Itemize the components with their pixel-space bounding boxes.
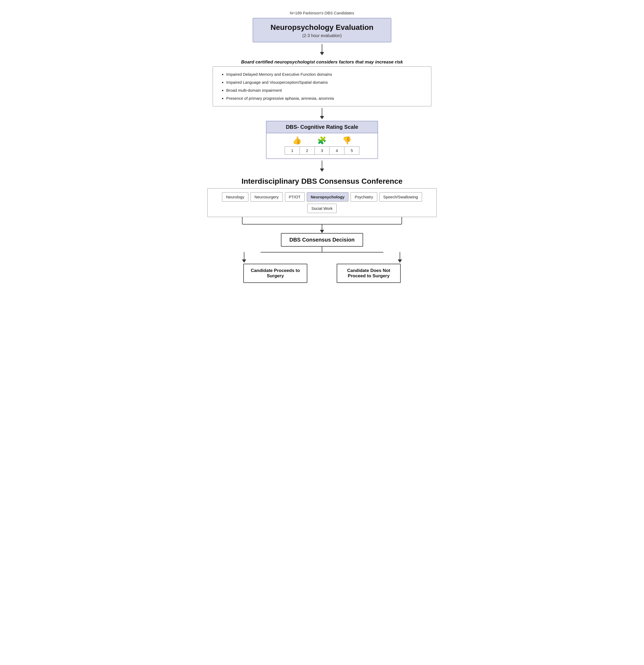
- interdisciplinary-title: Interdisciplinary DBS Consensus Conferen…: [241, 177, 403, 186]
- discipline-box: Neuropsychology: [307, 192, 349, 202]
- fork-outcomes: Candidate Proceeds to Surgery Candidate …: [228, 263, 416, 283]
- arrow-1: [320, 44, 324, 55]
- fork-branch-left: [242, 252, 246, 263]
- emoji-thumbsup: 👍: [284, 136, 310, 145]
- num-2: 2: [300, 147, 315, 154]
- outcome-right: Candidate Does Not Proceed to Surgery: [337, 264, 401, 283]
- discipline-box: Psychiatry: [351, 192, 377, 202]
- risk-factor-item: Impaired Delayed Memory and Executive Fu…: [226, 70, 423, 78]
- num-4: 4: [330, 147, 345, 154]
- dbs-rating-header: DBS- Cognitive Rating Scale: [266, 121, 378, 133]
- neuro-eval-title: Neuropsychology Evaluation: [266, 23, 378, 32]
- dbs-rating-body: 👍 🧩 👎 1 2 3 4 5: [266, 133, 378, 158]
- risk-factors-list: Impaired Delayed Memory and Executive Fu…: [226, 70, 423, 102]
- emoji-thumbsdown: 👎: [334, 136, 360, 145]
- outcome-left: Candidate Proceeds to Surgery: [243, 264, 307, 283]
- disciplines-row: NeurologyNeurosurgeryPT/OTNeuropsycholog…: [211, 192, 433, 213]
- fork-branch-right: [398, 252, 402, 263]
- risk-factor-item: Impaired Language and Visuoperception/Sp…: [226, 78, 423, 87]
- arrow-3: [320, 160, 324, 172]
- emoji-row: 👍 🧩 👎: [284, 136, 360, 145]
- bracket-connector: [207, 217, 437, 233]
- bracket-stem: [322, 225, 322, 230]
- bracket-top: [242, 217, 402, 225]
- num-1: 1: [285, 147, 300, 154]
- fork-stem: [322, 247, 322, 252]
- num-5: 5: [345, 147, 359, 154]
- disciplines-box: NeurologyNeurosurgeryPT/OTNeuropsycholog…: [207, 188, 437, 217]
- flowchart: N=189 Parkinson's DBS Candidates Neurops…: [202, 11, 442, 283]
- discipline-box: PT/OT: [285, 192, 305, 202]
- arrow-2: [320, 108, 324, 119]
- fork-horizontal: [242, 252, 402, 263]
- discipline-box: Neurosurgery: [251, 192, 283, 202]
- number-row: 1 2 3 4 5: [284, 146, 360, 155]
- risk-factor-item: Broad multi-domain impairment: [226, 87, 423, 94]
- num-3: 3: [315, 147, 330, 154]
- discipline-box: Speech/Swallowing: [379, 192, 422, 202]
- discipline-box: Neurology: [222, 192, 248, 202]
- risk-factors-box: Impaired Delayed Memory and Executive Fu…: [213, 66, 431, 107]
- bracket-arrow-head: [320, 230, 324, 233]
- dbs-rating-box: DBS- Cognitive Rating Scale 👍 🧩 👎 1 2 3 …: [266, 121, 378, 159]
- neuro-eval-box: Neuropsychology Evaluation (2-3 hour eva…: [253, 18, 391, 42]
- fork-container: [228, 247, 416, 263]
- risk-factor-item: Presence of primary progressive aphasia,…: [226, 94, 423, 102]
- neuro-eval-subtitle: (2-3 hour evaluation): [266, 33, 378, 38]
- board-text: Board certified neuropsychologist consid…: [241, 59, 403, 65]
- consensus-box: DBS Consensus Decision: [281, 233, 363, 247]
- top-label: N=189 Parkinson's DBS Candidates: [290, 11, 354, 15]
- discipline-box: Social Work: [307, 204, 337, 213]
- emoji-puzzle: 🧩: [310, 136, 334, 145]
